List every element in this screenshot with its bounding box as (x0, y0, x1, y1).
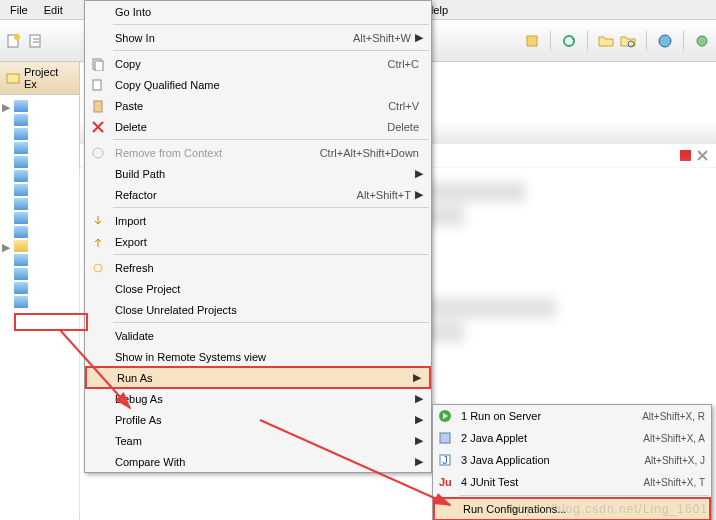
sub-item-run-on-server[interactable]: 1 Run on ServerAlt+Shift+X, R (433, 405, 711, 427)
tree-item[interactable] (2, 183, 77, 197)
bookmark-icon[interactable] (524, 33, 540, 49)
tree-item[interactable] (2, 113, 77, 127)
menu-item-show-remote[interactable]: Show in Remote Systems view (85, 346, 431, 367)
settings-icon[interactable] (694, 33, 710, 49)
svg-rect-3 (527, 36, 537, 46)
menu-item-export[interactable]: Export (85, 231, 431, 252)
remove-icon (91, 146, 105, 160)
project-icon (14, 240, 28, 252)
watermark: https://blog.csdn.net/Ling_1601 (510, 502, 708, 516)
tree-item[interactable] (2, 281, 77, 295)
tree-item[interactable] (2, 141, 77, 155)
tree-item[interactable] (2, 253, 77, 267)
project-icon (14, 156, 28, 168)
folder-search-icon[interactable] (620, 33, 636, 49)
tree-item[interactable] (2, 127, 77, 141)
svg-rect-16 (95, 61, 103, 71)
menu-item-show-in[interactable]: Show InAlt+Shift+W▶ (85, 27, 431, 48)
project-icon (14, 170, 28, 182)
project-icon (14, 296, 28, 308)
tree-item[interactable]: ▶ (2, 99, 77, 113)
menu-item-close-unrelated[interactable]: Close Unrelated Projects (85, 299, 431, 320)
wizard-icon[interactable] (28, 33, 44, 49)
project-icon (14, 198, 28, 210)
menu-item-debug-as[interactable]: Debug As▶ (85, 388, 431, 409)
menu-item-delete[interactable]: DeleteDelete (85, 116, 431, 137)
delete-icon (91, 120, 105, 134)
menu-item-compare-with[interactable]: Compare With▶ (85, 451, 431, 472)
menu-item-import[interactable]: Import (85, 210, 431, 231)
svg-point-1 (14, 34, 20, 40)
menu-item-copy[interactable]: CopyCtrl+C (85, 53, 431, 74)
tree-item[interactable] (2, 169, 77, 183)
menu-item-close-project[interactable]: Close Project (85, 278, 431, 299)
package-icon (6, 71, 20, 85)
tree-item[interactable] (2, 267, 77, 281)
menu-item-run-as[interactable]: Run As▶ (85, 366, 431, 389)
selection-highlight-box (14, 313, 88, 331)
sub-item-java-application[interactable]: J3 Java ApplicationAlt+Shift+X, J (433, 449, 711, 471)
refresh-icon[interactable] (561, 33, 577, 49)
svg-rect-2 (30, 35, 40, 47)
open-folder-icon[interactable] (598, 33, 614, 49)
menu-item-profile-as[interactable]: Profile As▶ (85, 409, 431, 430)
project-icon (14, 282, 28, 294)
menu-edit[interactable]: Edit (36, 2, 71, 18)
svg-point-19 (93, 148, 103, 158)
sub-item-java-applet[interactable]: 2 Java AppletAlt+Shift+X, A (433, 427, 711, 449)
svg-rect-18 (94, 101, 102, 112)
export-icon (91, 235, 105, 249)
tree-item-selected[interactable]: ▶ (2, 239, 77, 253)
svg-point-6 (659, 35, 671, 47)
menu-item-remove-context: Remove from ContextCtrl+Alt+Shift+Down (85, 142, 431, 163)
menu-item-refactor[interactable]: RefactorAlt+Shift+T▶ (85, 184, 431, 205)
sidebar-tab-project-explorer[interactable]: Project Ex (0, 62, 79, 95)
project-icon (14, 268, 28, 280)
svg-rect-22 (440, 433, 450, 443)
globe-icon[interactable] (657, 33, 673, 49)
tree-item[interactable] (2, 295, 77, 309)
menu-item-go-into[interactable]: Go Into (85, 1, 431, 22)
tree-item[interactable] (2, 197, 77, 211)
svg-text:Ju: Ju (439, 476, 452, 488)
copy-icon (91, 57, 105, 71)
project-icon (14, 254, 28, 266)
svg-rect-8 (7, 74, 19, 83)
menu-item-build-path[interactable]: Build Path▶ (85, 163, 431, 184)
svg-rect-14 (680, 150, 691, 161)
remove-button[interactable] (697, 150, 708, 161)
menu-item-paste[interactable]: PasteCtrl+V (85, 95, 431, 116)
junit-icon: Ju (438, 475, 452, 489)
tree-item[interactable] (2, 155, 77, 169)
menu-file[interactable]: File (2, 2, 36, 18)
applet-icon (438, 431, 452, 445)
svg-point-20 (94, 264, 102, 272)
java-app-icon: J (438, 453, 452, 467)
project-icon (14, 226, 28, 238)
sidebar-tab-label: Project Ex (24, 66, 73, 90)
menu-item-validate[interactable]: Validate (85, 325, 431, 346)
menu-item-refresh[interactable]: Refresh (85, 257, 431, 278)
context-menu: Go Into Show InAlt+Shift+W▶ CopyCtrl+C C… (84, 0, 432, 473)
import-icon (91, 214, 105, 228)
tree-item[interactable] (2, 211, 77, 225)
server-run-icon (438, 409, 452, 423)
svg-point-7 (697, 36, 707, 46)
new-icon[interactable] (6, 33, 22, 49)
project-icon (14, 114, 28, 126)
project-icon (14, 142, 28, 154)
copy-icon (91, 78, 105, 92)
paste-icon (91, 99, 105, 113)
project-tree: ▶ ▶ (0, 95, 79, 313)
menu-item-team[interactable]: Team▶ (85, 430, 431, 451)
menu-item-copy-qualified[interactable]: Copy Qualified Name (85, 74, 431, 95)
sidebar: Project Ex ▶ ▶ (0, 62, 80, 520)
stop-button[interactable] (680, 150, 691, 161)
project-icon (14, 100, 28, 112)
svg-rect-17 (93, 80, 101, 90)
refresh-icon (91, 261, 105, 275)
tree-item[interactable] (2, 225, 77, 239)
svg-text:J: J (442, 454, 448, 466)
svg-point-4 (564, 36, 574, 46)
sub-item-junit-test[interactable]: Ju4 JUnit TestAlt+Shift+X, T (433, 471, 711, 493)
